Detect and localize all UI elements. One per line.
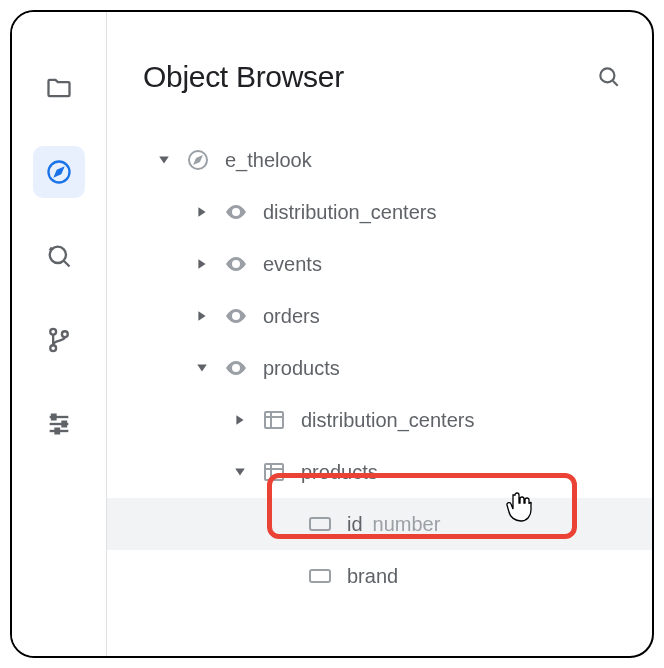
- sliders-icon: [45, 410, 73, 438]
- chevron-right-icon: [193, 307, 211, 325]
- svg-point-21: [234, 262, 238, 266]
- node-label: distribution_centers: [263, 201, 436, 224]
- svg-point-5: [50, 345, 56, 351]
- compass-icon: [45, 158, 73, 186]
- eye-icon: [223, 199, 249, 225]
- tree-node-view[interactable]: distribution_centers: [143, 394, 622, 446]
- node-label: products: [301, 461, 378, 484]
- eye-icon: [223, 355, 249, 381]
- eye-icon: [223, 251, 249, 277]
- sidebar-item-browser[interactable]: [33, 146, 85, 198]
- chevron-down-icon: [155, 151, 173, 169]
- table-icon: [261, 459, 287, 485]
- tree-node-explore[interactable]: events: [143, 238, 622, 290]
- field-icon: [307, 511, 333, 537]
- folder-icon: [45, 74, 73, 102]
- chevron-right-icon: [193, 203, 211, 221]
- model-icon: [185, 147, 211, 173]
- chevron-down-icon: [193, 359, 211, 377]
- main-panel: Object Browser e_thelook distribution_ce…: [107, 12, 652, 656]
- svg-rect-10: [52, 415, 56, 420]
- tree-node-explore[interactable]: distribution_centers: [143, 186, 622, 238]
- field-label: id: [347, 513, 363, 536]
- svg-rect-34: [310, 518, 330, 530]
- svg-point-13: [600, 68, 614, 82]
- node-label: e_thelook: [225, 149, 312, 172]
- svg-line-3: [64, 261, 69, 266]
- svg-point-25: [234, 366, 238, 370]
- svg-point-4: [50, 329, 56, 335]
- svg-marker-17: [195, 157, 201, 163]
- svg-marker-1: [56, 169, 63, 176]
- svg-line-14: [613, 81, 618, 86]
- search-icon[interactable]: [596, 64, 622, 90]
- svg-marker-24: [197, 364, 207, 371]
- header: Object Browser: [143, 60, 622, 94]
- object-tree: e_thelook distribution_centers events: [143, 134, 622, 602]
- svg-marker-20: [198, 259, 205, 269]
- svg-point-23: [234, 314, 238, 318]
- svg-rect-11: [63, 422, 67, 427]
- tree-node-field-id[interactable]: id number: [107, 498, 652, 550]
- tree-node-view[interactable]: products: [143, 446, 622, 498]
- sidebar-item-folder[interactable]: [33, 62, 85, 114]
- svg-point-6: [62, 331, 68, 337]
- chevron-right-icon: [231, 411, 249, 429]
- eye-icon: [223, 303, 249, 329]
- field-label: brand: [347, 565, 398, 588]
- sidebar-item-history[interactable]: [33, 230, 85, 282]
- field-type: number: [373, 513, 441, 536]
- sidebar: [12, 12, 107, 656]
- tree-node-model[interactable]: e_thelook: [143, 134, 622, 186]
- svg-rect-31: [265, 464, 283, 480]
- tree-node-explore[interactable]: products: [143, 342, 622, 394]
- tree-node-field-brand[interactable]: brand: [143, 550, 622, 602]
- svg-rect-27: [265, 412, 283, 428]
- sidebar-item-settings[interactable]: [33, 398, 85, 450]
- svg-marker-18: [198, 207, 205, 217]
- field-icon: [307, 563, 333, 589]
- node-label: orders: [263, 305, 320, 328]
- page-title: Object Browser: [143, 60, 344, 94]
- node-label: distribution_centers: [301, 409, 474, 432]
- svg-marker-15: [159, 156, 169, 163]
- tree-node-explore[interactable]: orders: [143, 290, 622, 342]
- svg-marker-26: [236, 415, 243, 425]
- svg-marker-30: [235, 468, 245, 475]
- history-refresh-icon: [45, 242, 73, 270]
- git-branch-icon: [45, 326, 73, 354]
- svg-rect-12: [56, 429, 60, 434]
- node-label: products: [263, 357, 340, 380]
- node-label: events: [263, 253, 322, 276]
- chevron-right-icon: [193, 255, 211, 273]
- svg-marker-22: [198, 311, 205, 321]
- svg-point-19: [234, 210, 238, 214]
- chevron-down-icon: [231, 463, 249, 481]
- table-icon: [261, 407, 287, 433]
- svg-rect-35: [310, 570, 330, 582]
- sidebar-item-git[interactable]: [33, 314, 85, 366]
